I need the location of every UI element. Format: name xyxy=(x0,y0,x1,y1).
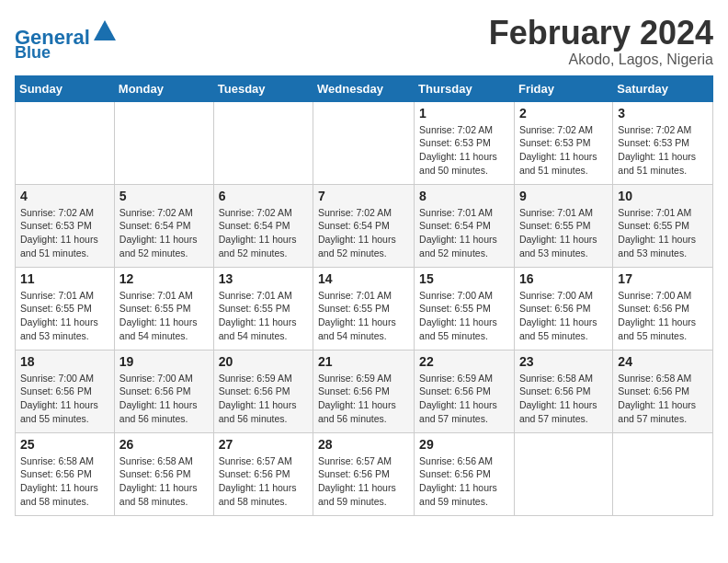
day-info: Sunrise: 7:01 AM Sunset: 6:55 PM Dayligh… xyxy=(119,289,209,343)
day-number: 28 xyxy=(318,437,409,452)
calendar-day-cell: 16Sunrise: 7:00 AM Sunset: 6:56 PM Dayli… xyxy=(514,267,612,350)
logo-icon xyxy=(92,18,118,44)
day-info: Sunrise: 7:00 AM Sunset: 6:56 PM Dayligh… xyxy=(20,372,109,426)
day-number: 15 xyxy=(419,271,509,286)
weekday-header-cell: Tuesday xyxy=(213,75,313,101)
day-number: 11 xyxy=(20,271,109,286)
day-info: Sunrise: 7:01 AM Sunset: 6:55 PM Dayligh… xyxy=(618,206,708,260)
day-number: 25 xyxy=(20,437,109,452)
calendar-day-cell: 18Sunrise: 7:00 AM Sunset: 6:56 PM Dayli… xyxy=(16,350,115,432)
calendar-day-cell: 29Sunrise: 6:56 AM Sunset: 6:56 PM Dayli… xyxy=(415,432,515,515)
day-number: 14 xyxy=(318,271,409,286)
day-number: 27 xyxy=(219,437,308,452)
day-info: Sunrise: 7:02 AM Sunset: 6:53 PM Dayligh… xyxy=(519,123,608,178)
day-info: Sunrise: 7:00 AM Sunset: 6:56 PM Dayligh… xyxy=(618,289,708,343)
day-number: 19 xyxy=(119,354,209,369)
calendar-day-cell: 8Sunrise: 7:01 AM Sunset: 6:54 PM Daylig… xyxy=(415,184,515,267)
svg-marker-0 xyxy=(94,20,116,40)
calendar-day-cell xyxy=(16,101,115,184)
calendar-week-row: 11Sunrise: 7:01 AM Sunset: 6:55 PM Dayli… xyxy=(16,267,713,350)
page-header: General Blue February 2024 Akodo, Lagos,… xyxy=(15,15,713,68)
calendar-week-row: 18Sunrise: 7:00 AM Sunset: 6:56 PM Dayli… xyxy=(16,350,713,432)
calendar-day-cell: 25Sunrise: 6:58 AM Sunset: 6:56 PM Dayli… xyxy=(16,432,115,515)
calendar-day-cell xyxy=(514,432,612,515)
calendar-day-cell xyxy=(313,101,415,184)
day-number: 2 xyxy=(519,106,608,121)
calendar-day-cell: 5Sunrise: 7:02 AM Sunset: 6:54 PM Daylig… xyxy=(114,184,213,267)
calendar-day-cell: 7Sunrise: 7:02 AM Sunset: 6:54 PM Daylig… xyxy=(313,184,415,267)
day-number: 12 xyxy=(119,271,209,286)
calendar-day-cell: 2Sunrise: 7:02 AM Sunset: 6:53 PM Daylig… xyxy=(514,101,612,184)
calendar-day-cell: 12Sunrise: 7:01 AM Sunset: 6:55 PM Dayli… xyxy=(114,267,213,350)
weekday-header-cell: Saturday xyxy=(613,75,713,101)
day-info: Sunrise: 6:59 AM Sunset: 6:56 PM Dayligh… xyxy=(318,372,409,426)
day-info: Sunrise: 7:00 AM Sunset: 6:56 PM Dayligh… xyxy=(519,289,608,343)
day-number: 22 xyxy=(419,354,509,369)
day-number: 5 xyxy=(119,189,209,203)
day-number: 10 xyxy=(618,189,708,203)
calendar-table: SundayMondayTuesdayWednesdayThursdayFrid… xyxy=(15,75,713,516)
day-info: Sunrise: 7:02 AM Sunset: 6:54 PM Dayligh… xyxy=(318,206,409,260)
calendar-day-cell: 14Sunrise: 7:01 AM Sunset: 6:55 PM Dayli… xyxy=(313,267,415,350)
day-number: 4 xyxy=(20,189,109,203)
day-info: Sunrise: 7:01 AM Sunset: 6:55 PM Dayligh… xyxy=(318,289,409,343)
day-info: Sunrise: 7:02 AM Sunset: 6:54 PM Dayligh… xyxy=(119,206,209,260)
calendar-day-cell: 3Sunrise: 7:02 AM Sunset: 6:53 PM Daylig… xyxy=(613,101,713,184)
day-number: 17 xyxy=(618,271,708,286)
calendar-week-row: 1Sunrise: 7:02 AM Sunset: 6:53 PM Daylig… xyxy=(16,101,713,184)
calendar-body: 1Sunrise: 7:02 AM Sunset: 6:53 PM Daylig… xyxy=(16,101,713,515)
weekday-header-cell: Friday xyxy=(514,75,612,101)
day-info: Sunrise: 6:58 AM Sunset: 6:56 PM Dayligh… xyxy=(119,454,209,509)
calendar-day-cell: 17Sunrise: 7:00 AM Sunset: 6:56 PM Dayli… xyxy=(613,267,713,350)
day-info: Sunrise: 6:57 AM Sunset: 6:56 PM Dayligh… xyxy=(219,454,308,509)
day-info: Sunrise: 7:02 AM Sunset: 6:53 PM Dayligh… xyxy=(618,123,708,178)
calendar-day-cell: 13Sunrise: 7:01 AM Sunset: 6:55 PM Dayli… xyxy=(213,267,313,350)
weekday-header-cell: Monday xyxy=(114,75,213,101)
calendar-day-cell: 22Sunrise: 6:59 AM Sunset: 6:56 PM Dayli… xyxy=(415,350,515,432)
day-info: Sunrise: 6:57 AM Sunset: 6:56 PM Dayligh… xyxy=(318,454,409,509)
location-subtitle: Akodo, Lagos, Nigeria xyxy=(489,52,713,68)
day-number: 16 xyxy=(519,271,608,286)
day-info: Sunrise: 7:02 AM Sunset: 6:54 PM Dayligh… xyxy=(219,206,308,260)
calendar-day-cell: 4Sunrise: 7:02 AM Sunset: 6:53 PM Daylig… xyxy=(16,184,115,267)
calendar-day-cell: 11Sunrise: 7:01 AM Sunset: 6:55 PM Dayli… xyxy=(16,267,115,350)
day-info: Sunrise: 7:00 AM Sunset: 6:55 PM Dayligh… xyxy=(419,289,509,343)
day-info: Sunrise: 6:56 AM Sunset: 6:56 PM Dayligh… xyxy=(419,454,509,509)
day-number: 9 xyxy=(519,189,608,203)
calendar-day-cell xyxy=(213,101,313,184)
calendar-day-cell: 27Sunrise: 6:57 AM Sunset: 6:56 PM Dayli… xyxy=(213,432,313,515)
day-info: Sunrise: 7:01 AM Sunset: 6:54 PM Dayligh… xyxy=(419,206,509,260)
day-number: 18 xyxy=(20,354,109,369)
calendar-day-cell: 9Sunrise: 7:01 AM Sunset: 6:55 PM Daylig… xyxy=(514,184,612,267)
weekday-header-cell: Sunday xyxy=(16,75,115,101)
day-number: 26 xyxy=(119,437,209,452)
title-section: February 2024 Akodo, Lagos, Nigeria xyxy=(489,15,713,68)
day-info: Sunrise: 6:59 AM Sunset: 6:56 PM Dayligh… xyxy=(419,372,509,426)
calendar-week-row: 25Sunrise: 6:58 AM Sunset: 6:56 PM Dayli… xyxy=(16,432,713,515)
weekday-header-cell: Thursday xyxy=(415,75,515,101)
day-number: 24 xyxy=(618,354,708,369)
calendar-day-cell: 10Sunrise: 7:01 AM Sunset: 6:55 PM Dayli… xyxy=(613,184,713,267)
calendar-day-cell: 19Sunrise: 7:00 AM Sunset: 6:56 PM Dayli… xyxy=(114,350,213,432)
day-info: Sunrise: 7:02 AM Sunset: 6:53 PM Dayligh… xyxy=(20,206,109,260)
calendar-week-row: 4Sunrise: 7:02 AM Sunset: 6:53 PM Daylig… xyxy=(16,184,713,267)
day-number: 23 xyxy=(519,354,608,369)
calendar-day-cell: 21Sunrise: 6:59 AM Sunset: 6:56 PM Dayli… xyxy=(313,350,415,432)
day-info: Sunrise: 6:58 AM Sunset: 6:56 PM Dayligh… xyxy=(618,372,708,426)
calendar-day-cell xyxy=(613,432,713,515)
day-number: 20 xyxy=(219,354,308,369)
day-info: Sunrise: 7:02 AM Sunset: 6:53 PM Dayligh… xyxy=(419,123,509,178)
day-info: Sunrise: 7:01 AM Sunset: 6:55 PM Dayligh… xyxy=(219,289,308,343)
day-info: Sunrise: 7:01 AM Sunset: 6:55 PM Dayligh… xyxy=(519,206,608,260)
logo: General Blue xyxy=(15,18,118,61)
day-number: 21 xyxy=(318,354,409,369)
day-info: Sunrise: 7:01 AM Sunset: 6:55 PM Dayligh… xyxy=(20,289,109,343)
day-number: 13 xyxy=(219,271,308,286)
calendar-day-cell: 15Sunrise: 7:00 AM Sunset: 6:55 PM Dayli… xyxy=(415,267,515,350)
calendar-day-cell xyxy=(114,101,213,184)
calendar-day-cell: 1Sunrise: 7:02 AM Sunset: 6:53 PM Daylig… xyxy=(415,101,515,184)
calendar-day-cell: 28Sunrise: 6:57 AM Sunset: 6:56 PM Dayli… xyxy=(313,432,415,515)
day-number: 1 xyxy=(419,106,509,121)
weekday-header-row: SundayMondayTuesdayWednesdayThursdayFrid… xyxy=(16,75,713,101)
day-info: Sunrise: 6:58 AM Sunset: 6:56 PM Dayligh… xyxy=(519,372,608,426)
